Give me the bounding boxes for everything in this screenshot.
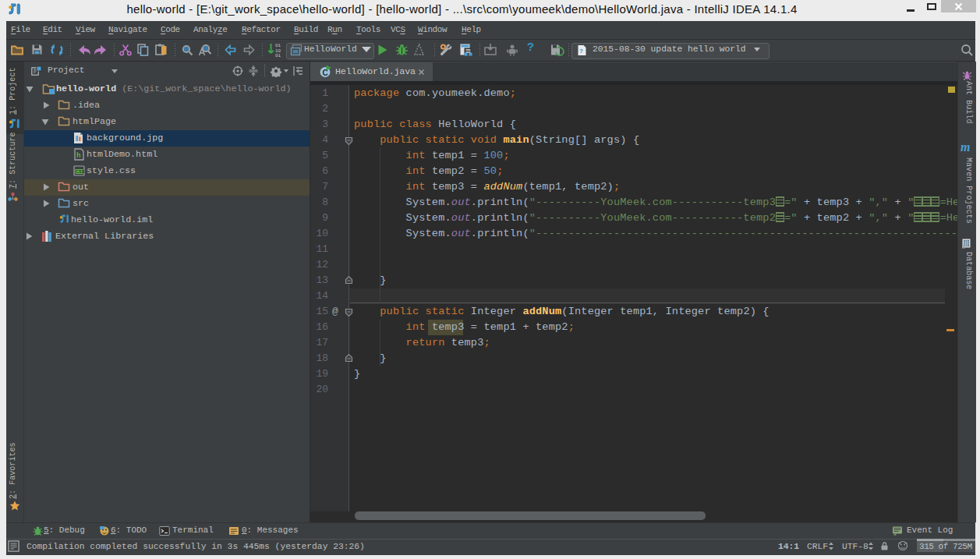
svg-text:h: h <box>76 151 81 159</box>
svg-text:CSS: CSS <box>76 169 85 174</box>
svg-text:01: 01 <box>275 53 281 58</box>
svg-text:?: ? <box>579 48 583 55</box>
